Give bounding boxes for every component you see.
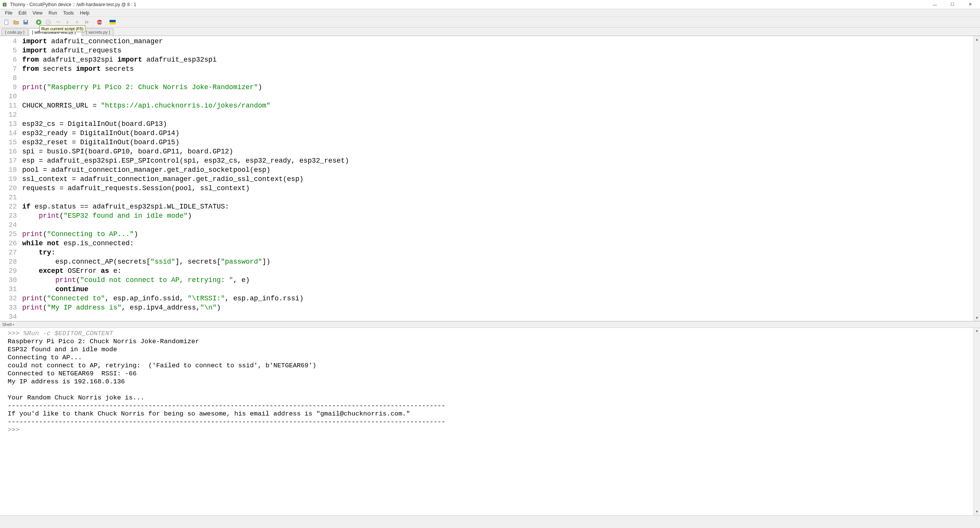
editor[interactable]: 4567891011121314151617181920212223242526… (0, 36, 980, 321)
svg-text:T: T (4, 3, 6, 7)
save-file-button[interactable] (21, 18, 30, 26)
svg-point-8 (47, 21, 49, 23)
svg-rect-3 (5, 20, 8, 21)
menu-view[interactable]: View (30, 10, 45, 16)
shell[interactable]: >>> %Run -c $EDITOR_CONTENTRaspberry Pi … (0, 328, 980, 515)
scroll-up-icon[interactable]: ▲ (974, 36, 980, 42)
shell-dropdown-icon[interactable]: ▾ (13, 323, 14, 326)
support-ukraine-icon[interactable] (108, 18, 117, 26)
menu-help[interactable]: Help (77, 10, 92, 16)
menu-file[interactable]: File (2, 10, 15, 16)
shell-header[interactable]: Shell ▾ (0, 321, 980, 328)
statusbar (0, 515, 980, 523)
tab-code-py[interactable]: [ code.py ] (2, 28, 28, 36)
minimize-button[interactable]: — (929, 1, 940, 8)
svg-rect-11 (110, 20, 116, 22)
new-file-button[interactable] (2, 18, 11, 26)
app-icon: T (2, 2, 8, 8)
menu-edit[interactable]: Edit (16, 10, 29, 16)
editor-scrollbar[interactable]: ▲ ▼ (973, 36, 980, 321)
close-button[interactable]: ✕ (965, 1, 975, 8)
editor-tabs: [ code.py ] [ wifi-hardware-test.py ] * … (0, 28, 980, 36)
scroll-up-icon[interactable]: ▲ (974, 328, 980, 334)
tab-secrets-py[interactable]: [ secrets.py ] (83, 28, 113, 36)
run-tooltip: Run current script (F5) (39, 25, 85, 32)
window-title: Thonny - CircuitPython device :: /wifi-h… (10, 2, 929, 7)
stop-button[interactable]: STOP (95, 18, 104, 26)
menu-run[interactable]: Run (46, 10, 60, 16)
window-controls: — ☐ ✕ (929, 1, 978, 8)
scroll-down-icon[interactable]: ▼ (974, 315, 980, 321)
shell-scrollbar[interactable]: ▲ ▼ (973, 328, 980, 515)
menu-tools[interactable]: Tools (61, 10, 77, 16)
open-file-button[interactable] (12, 18, 20, 26)
shell-content[interactable]: >>> %Run -c $EDITOR_CONTENTRaspberry Pi … (0, 328, 973, 515)
svg-rect-5 (25, 20, 27, 22)
svg-text:STOP: STOP (97, 21, 103, 24)
line-gutter: 4567891011121314151617181920212223242526… (0, 36, 22, 321)
code-content[interactable]: import adafruit_connection_managerimport… (22, 36, 973, 321)
menubar: File Edit View Run Tools Help (0, 9, 980, 17)
maximize-button[interactable]: ☐ (947, 1, 958, 8)
shell-label: Shell (2, 322, 11, 327)
titlebar: T Thonny - CircuitPython device :: /wifi… (0, 0, 980, 9)
scroll-down-icon[interactable]: ▼ (974, 509, 980, 515)
svg-rect-12 (110, 22, 116, 24)
toolbar: STOP Run current script (F5) (0, 17, 980, 28)
